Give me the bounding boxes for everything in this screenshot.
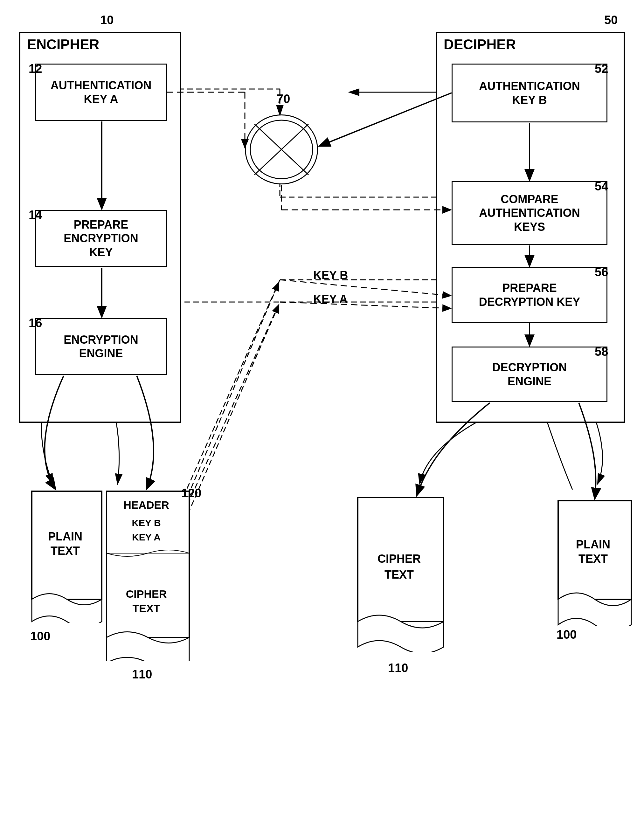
prepare-decryption-key-box: PREPARE DECRYPTION KEY: [452, 267, 607, 323]
plain-text-right-doc: PLAIN TEXT: [556, 499, 633, 626]
svg-text:CIPHER: CIPHER: [126, 588, 167, 600]
ref-110b: 110: [388, 661, 408, 675]
ref-10: 10: [100, 13, 114, 27]
key-a-arrow-label: KEY A: [313, 293, 348, 306]
diagram-container: ENCIPHER 10 AUTHENTICATION KEY A 12 PREP…: [0, 0, 644, 832]
ref-52: 52: [595, 62, 608, 76]
ref-58: 58: [595, 345, 608, 358]
key-b-arrow-label: KEY B: [313, 269, 348, 282]
svg-text:TEXT: TEXT: [133, 602, 160, 614]
ref-56: 56: [595, 266, 608, 279]
encipher-label: ENCIPHER: [27, 37, 99, 53]
svg-text:TEXT: TEXT: [578, 552, 608, 565]
ref-100b: 100: [556, 628, 577, 642]
svg-text:KEY B: KEY B: [132, 518, 160, 528]
plain-text-left-doc: PLAIN TEXT: [30, 490, 103, 623]
ref-100a: 100: [30, 629, 50, 643]
svg-text:CIPHER: CIPHER: [378, 552, 421, 565]
ref-54: 54: [595, 180, 608, 193]
cipher-text-center-doc: CIPHER TEXT: [356, 496, 445, 652]
svg-line-34: [280, 302, 451, 309]
svg-text:TEXT: TEXT: [384, 568, 414, 581]
decryption-engine-box: DECRYPTION ENGINE: [452, 347, 607, 402]
ref-12: 12: [29, 62, 42, 76]
svg-text:KEY A: KEY A: [132, 532, 160, 542]
decipher-label: DECIPHER: [444, 37, 516, 53]
svg-text:HEADER: HEADER: [123, 499, 169, 511]
compare-auth-keys-box: COMPARE AUTHENTICATION KEYS: [452, 181, 607, 245]
svg-line-27: [319, 93, 452, 146]
auth-key-a-box: AUTHENTICATION KEY A: [35, 64, 167, 121]
ref-50: 50: [604, 13, 618, 27]
ellipse-x-icon: [250, 119, 313, 180]
auth-key-b-box: AUTHENTICATION KEY B: [452, 64, 607, 122]
svg-rect-40: [107, 491, 189, 637]
ref-16: 16: [29, 316, 42, 330]
svg-text:PLAIN: PLAIN: [576, 538, 610, 551]
header-cipher-doc: HEADER KEY B KEY A CIPHER TEXT: [105, 490, 191, 661]
prepare-encryption-key-box: PREPARE ENCRYPTION KEY: [35, 210, 167, 267]
ref-14: 14: [29, 208, 42, 222]
ref-110a: 110: [132, 668, 152, 681]
svg-text:TEXT: TEXT: [51, 544, 80, 557]
ref-120: 120: [181, 486, 201, 500]
svg-text:PLAIN: PLAIN: [48, 530, 82, 543]
encryption-engine-box: ENCRYPTION ENGINE: [35, 318, 167, 375]
network-ellipse: [245, 114, 318, 184]
ref-70: 70: [277, 92, 290, 106]
svg-line-33: [280, 280, 451, 296]
